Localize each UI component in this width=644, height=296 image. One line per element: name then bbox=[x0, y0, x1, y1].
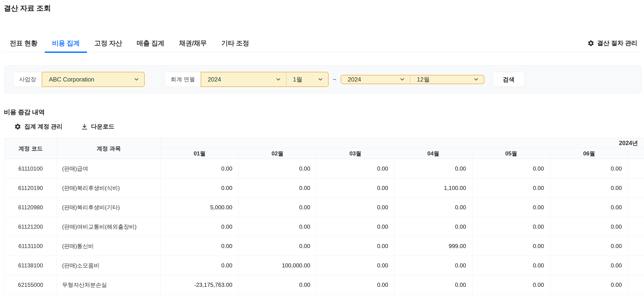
table-row: 61120980(판매)복리후생비(기타)5,000.000.000.000.0… bbox=[4, 198, 644, 217]
chevron-down-icon bbox=[134, 76, 140, 83]
section-title: 비용 증감 내역 bbox=[4, 108, 644, 116]
to-year-select-value: 2024 bbox=[348, 76, 361, 83]
month-value-cell: 0.00 bbox=[472, 275, 550, 294]
month-value-cell: 0.00 bbox=[550, 256, 628, 275]
table-row: 61120190(판매)복리후생비(식비)0.000.000.001,100.0… bbox=[4, 178, 644, 198]
account-code-cell: 61138100 bbox=[4, 256, 57, 275]
month-column-header-partial bbox=[628, 148, 644, 159]
table-row: 61138100(판매)소모품비0.00100,000.000.000.000.… bbox=[4, 256, 644, 275]
empty-cell bbox=[4, 294, 57, 296]
gear-icon bbox=[587, 40, 594, 47]
page-title: 결산 자료 조회 bbox=[4, 3, 644, 13]
tab[interactable]: 고정 자산 bbox=[87, 34, 129, 53]
month-value-cell: 5,000.00 bbox=[161, 198, 239, 217]
chevron-down-icon bbox=[275, 76, 282, 83]
from-year-select-value: 2024 bbox=[208, 76, 221, 83]
month-value-cell: 0.00 bbox=[161, 159, 239, 178]
month-value-cell: 0.00 bbox=[550, 275, 628, 294]
download-label: 다운로드 bbox=[91, 123, 114, 130]
expense-summary-table: 계정 코드 계정 과목 2024년 01월02월03월04월05월06월 611… bbox=[4, 138, 644, 296]
account-name-cell: (판매)소모품비 bbox=[57, 256, 161, 275]
tab-bar: 전표 현황비용 집계고정 자산매출 집계채권/채무기타 조정 결산 절차 관리 bbox=[2, 34, 642, 53]
month-column-header: 02월 bbox=[239, 148, 316, 159]
month-value-cell: 0.00 bbox=[239, 236, 316, 256]
workplace-label: 사업장 bbox=[13, 72, 42, 87]
year-label: 2024년 bbox=[161, 138, 644, 148]
tab[interactable]: 매출 집계 bbox=[129, 34, 172, 53]
month-value-cell-partial bbox=[628, 178, 644, 198]
month-value-cell: 0.00 bbox=[316, 198, 394, 217]
from-month-select-value: 1월 bbox=[293, 75, 302, 84]
month-column-header: 05월 bbox=[472, 148, 550, 159]
tab-list: 전표 현황비용 집계고정 자산매출 집계채권/채무기타 조정 bbox=[2, 34, 256, 53]
month-value-cell: 0.00 bbox=[394, 217, 472, 236]
tab[interactable]: 기타 조정 bbox=[214, 34, 256, 53]
table-row: 61110100(판매)급여0.000.000.000.000.000.00 bbox=[4, 159, 644, 178]
month-value-cell: -23,175,763.00 bbox=[161, 275, 239, 294]
month-value-cell: 0.00 bbox=[239, 217, 316, 236]
month-value-cell: 0.00 bbox=[472, 178, 550, 198]
month-value-cell: 0.00 bbox=[550, 236, 628, 256]
download-button[interactable]: 다운로드 bbox=[81, 123, 114, 130]
expense-summary-table-wrap: 계정 코드 계정 과목 2024년 01월02월03월04월05월06월 611… bbox=[4, 138, 644, 296]
account-code-cell: 61120190 bbox=[4, 178, 57, 198]
month-value-cell: 0.00 bbox=[472, 217, 550, 236]
account-name-cell: (판매)급여 bbox=[57, 159, 161, 178]
tab-active[interactable]: 비용 집계 bbox=[44, 34, 87, 53]
month-value-cell: 0.00 bbox=[316, 256, 394, 275]
month-value-cell: 0.00 bbox=[316, 178, 394, 198]
month-value-cell: 0.00 bbox=[394, 159, 472, 178]
table-row: 62155000무형자산처분손실-23,175,763.000.000.000.… bbox=[4, 275, 644, 294]
to-year-select[interactable]: 2024 bbox=[341, 75, 410, 84]
table-row: 61131100(판매)통신비0.000.000.00999.000.000.0… bbox=[4, 236, 644, 256]
month-value-cell: 0.00 bbox=[472, 159, 550, 178]
month-value-cell: 0.00 bbox=[472, 236, 550, 256]
month-value-cell-partial bbox=[628, 256, 644, 275]
month-value-cell-partial bbox=[628, 159, 644, 178]
month-value-cell: 0.00 bbox=[161, 178, 239, 198]
manage-summary-accounts-label: 집계 계정 관리 bbox=[24, 123, 62, 130]
account-code-cell: 61120980 bbox=[4, 198, 57, 217]
to-month-select-value: 12월 bbox=[417, 75, 430, 84]
tab[interactable]: 채권/채무 bbox=[172, 34, 214, 53]
empty-cell bbox=[550, 294, 628, 296]
month-value-cell: 0.00 bbox=[394, 256, 472, 275]
from-month-select[interactable]: 1월 bbox=[286, 72, 328, 87]
empty-cell bbox=[239, 294, 316, 296]
table-row-partial bbox=[4, 294, 644, 296]
month-value-cell: 0.00 bbox=[239, 198, 316, 217]
account-code-cell: 61131100 bbox=[4, 236, 57, 256]
search-button[interactable]: 검색 bbox=[493, 72, 525, 87]
month-value-cell: 0.00 bbox=[161, 217, 239, 236]
settlement-procedure-button[interactable]: 결산 절차 관리 bbox=[587, 34, 638, 53]
to-month-select[interactable]: 12월 bbox=[410, 75, 484, 84]
workplace-select-value: ABC Corporation bbox=[49, 76, 94, 83]
chevron-down-icon bbox=[317, 76, 324, 83]
download-icon bbox=[81, 123, 88, 130]
table-row: 61121200(판매)여비교통비(해외출장비)0.000.000.000.00… bbox=[4, 217, 644, 236]
month-value-cell-partial bbox=[628, 236, 644, 256]
account-name-column-header: 계정 과목 bbox=[57, 138, 161, 159]
table-body: 61110100(판매)급여0.000.000.000.000.000.0061… bbox=[4, 159, 644, 296]
month-value-cell: 0.00 bbox=[161, 236, 239, 256]
account-code-cell: 61110100 bbox=[4, 159, 57, 178]
account-name-cell: (판매)통신비 bbox=[57, 236, 161, 256]
workplace-select[interactable]: ABC Corporation bbox=[42, 72, 144, 87]
month-value-cell: 0.00 bbox=[394, 275, 472, 294]
tab[interactable]: 전표 현황 bbox=[2, 34, 44, 53]
month-value-cell: 0.00 bbox=[550, 217, 628, 236]
account-name-cell: (판매)여비교통비(해외출장비) bbox=[57, 217, 161, 236]
fiscal-period-label: 회계 연월 bbox=[165, 72, 201, 87]
month-value-cell: 0.00 bbox=[316, 275, 394, 294]
empty-cell bbox=[316, 294, 394, 296]
month-value-cell: 0.00 bbox=[239, 275, 316, 294]
month-value-cell: 0.00 bbox=[550, 159, 628, 178]
manage-summary-accounts-button[interactable]: 집계 계정 관리 bbox=[14, 123, 62, 130]
empty-cell bbox=[394, 294, 472, 296]
from-year-select[interactable]: 2024 bbox=[201, 72, 286, 87]
account-name-cell: (판매)복리후생비(기타) bbox=[57, 198, 161, 217]
gear-icon bbox=[14, 123, 21, 130]
month-value-cell: 0.00 bbox=[239, 178, 316, 198]
fiscal-period-to-group: 2024 12월 bbox=[341, 75, 484, 84]
empty-cell bbox=[161, 294, 239, 296]
